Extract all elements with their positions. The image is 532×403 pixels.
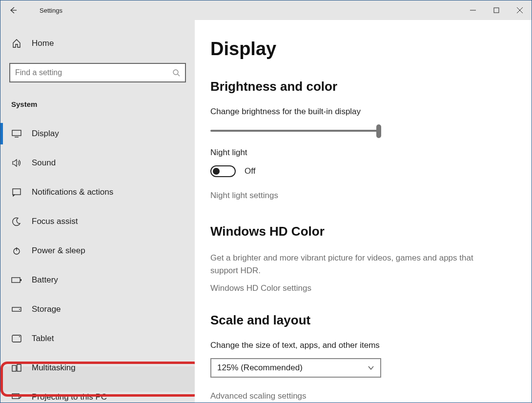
sidebar-item-label: Tablet: [32, 334, 54, 343]
minimize-button[interactable]: [461, 0, 485, 20]
sidebar-item-notifications[interactable]: Notifications & actions: [0, 178, 195, 207]
slider-track: [210, 130, 381, 132]
home-label: Home: [32, 39, 54, 48]
minimize-icon: [470, 7, 476, 13]
maximize-icon: [493, 7, 499, 13]
svg-line-5: [178, 74, 180, 76]
svg-rect-1: [494, 8, 499, 13]
scale-size-label: Change the size of text, apps, and other…: [210, 341, 512, 350]
hdcolor-settings-link[interactable]: Windows HD Color settings: [210, 283, 311, 293]
chevron-down-icon: [368, 365, 374, 370]
night-light-toggle[interactable]: [210, 165, 236, 177]
scale-dropdown[interactable]: 125% (Recommended): [210, 358, 381, 378]
sidebar-item-storage[interactable]: Storage: [0, 295, 195, 324]
night-light-state: Off: [245, 166, 255, 176]
projecting-icon: [11, 393, 22, 401]
arrow-left-icon: [8, 6, 17, 15]
sidebar-item-sound[interactable]: Sound: [0, 148, 195, 178]
svg-rect-19: [12, 394, 19, 399]
sidebar-item-label: Power & sleep: [32, 246, 85, 256]
svg-rect-8: [13, 189, 20, 195]
brightness-heading: Brightness and color: [210, 79, 512, 94]
close-icon: [517, 7, 523, 13]
svg-point-16: [19, 336, 20, 337]
search-icon: [172, 69, 180, 77]
back-button[interactable]: [0, 0, 25, 20]
sidebar-item-battery[interactable]: Battery: [0, 265, 195, 295]
titlebar: Settings: [0, 0, 532, 20]
notifications-icon: [11, 188, 22, 197]
nav-list: Display Sound Notifications & actions Fo…: [0, 119, 195, 403]
hdcolor-heading: Windows HD Color: [210, 224, 512, 239]
sidebar-item-projecting[interactable]: Projecting to this PC: [0, 383, 195, 403]
home-icon: [11, 39, 22, 48]
night-light-label: Night light: [210, 148, 512, 158]
brightness-slider[interactable]: [210, 124, 381, 138]
svg-rect-6: [12, 130, 21, 136]
storage-icon: [11, 307, 22, 312]
multitasking-icon: [11, 364, 22, 372]
sidebar-item-label: Storage: [32, 304, 61, 314]
svg-point-4: [173, 70, 178, 75]
maximize-button[interactable]: [485, 0, 508, 20]
monitor-icon: [11, 130, 22, 138]
slider-thumb[interactable]: [376, 124, 381, 138]
sidebar-item-label: Focus assist: [32, 217, 78, 226]
sidebar: Home System Display Sound Notifications …: [0, 20, 195, 403]
sidebar-item-label: Battery: [32, 275, 58, 285]
scale-heading: Scale and layout: [210, 313, 512, 328]
moon-icon: [11, 217, 22, 226]
sidebar-home[interactable]: Home: [0, 35, 195, 52]
toggle-knob: [213, 168, 220, 175]
content-pane: Display Brightness and color Change brig…: [195, 20, 532, 403]
sidebar-item-focus-assist[interactable]: Focus assist: [0, 207, 195, 236]
sidebar-item-label: Multitasking: [32, 363, 76, 373]
battery-icon: [11, 277, 22, 283]
sidebar-item-display[interactable]: Display: [0, 119, 195, 148]
sidebar-item-label: Sound: [32, 158, 56, 168]
brightness-slider-label: Change brightness for the built-in displ…: [210, 107, 512, 117]
close-button[interactable]: [508, 0, 532, 20]
sound-icon: [11, 159, 22, 167]
hdcolor-description: Get a brighter and more vibrant picture …: [210, 252, 484, 278]
night-light-settings-link[interactable]: Night light settings: [210, 191, 278, 201]
sidebar-section-label: System: [0, 94, 195, 115]
sidebar-item-label: Projecting to this PC: [32, 392, 107, 402]
advanced-scaling-link[interactable]: Advanced scaling settings: [210, 391, 307, 401]
tablet-icon: [11, 335, 22, 343]
svg-rect-11: [12, 278, 20, 282]
sidebar-item-multitasking[interactable]: Multitasking: [0, 353, 195, 383]
sidebar-item-tablet[interactable]: Tablet: [0, 324, 195, 353]
sidebar-item-power-sleep[interactable]: Power & sleep: [0, 236, 195, 265]
window-controls: [461, 0, 532, 20]
scale-dropdown-value: 125% (Recommended): [217, 363, 303, 373]
search-input[interactable]: [15, 68, 172, 77]
titlebar-title: Settings: [40, 7, 62, 14]
svg-rect-17: [12, 365, 16, 371]
sidebar-item-label: Display: [32, 129, 59, 139]
svg-rect-18: [17, 364, 21, 371]
svg-rect-12: [20, 279, 21, 281]
page-title: Display: [210, 39, 512, 60]
sidebar-item-label: Notifications & actions: [32, 187, 113, 197]
power-icon: [11, 246, 22, 255]
svg-point-14: [19, 309, 20, 310]
search-box[interactable]: [9, 63, 186, 82]
